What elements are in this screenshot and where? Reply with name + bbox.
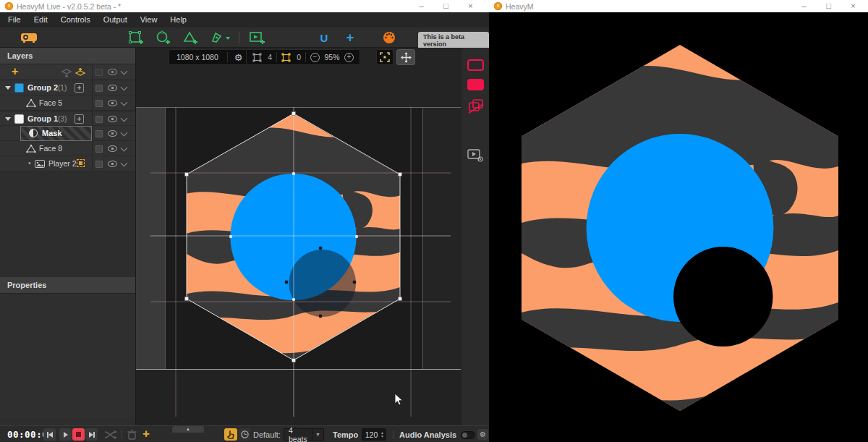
layer-visibility-icon[interactable]	[108, 145, 117, 152]
face-icon	[26, 98, 36, 108]
menu-controls[interactable]: Controls	[54, 12, 97, 27]
menu-output[interactable]: Output	[97, 12, 134, 27]
minimize-button[interactable]: –	[409, 0, 433, 12]
layer-row-group1[interactable]: Group 1 (3) +	[0, 111, 135, 126]
menu-edit[interactable]: Edit	[27, 12, 54, 27]
surface-settings-gear-icon[interactable]: ⚙	[232, 52, 245, 63]
layer-checkbox[interactable]	[95, 116, 103, 123]
stop-button[interactable]	[72, 428, 85, 441]
shape-outline-button[interactable]	[467, 59, 484, 71]
add-quad-button[interactable]	[127, 30, 145, 46]
layer-chevron[interactable]	[121, 99, 128, 106]
layer-visibility-icon[interactable]	[108, 130, 117, 137]
add-quad-icon	[128, 30, 144, 45]
add-layer-button[interactable]: +	[12, 65, 18, 78]
shuffle-button[interactable]	[104, 430, 117, 439]
add-triangle-button[interactable]	[182, 30, 200, 46]
send-backward-icon[interactable]	[61, 67, 72, 77]
color-fill-button[interactable]	[467, 79, 484, 90]
layer-checkbox[interactable]	[95, 100, 103, 107]
player-preview-button[interactable]	[467, 148, 485, 163]
layer-row-face5[interactable]: Face 5	[0, 95, 135, 111]
fit-view-button[interactable]	[376, 49, 393, 65]
menu-view[interactable]: View	[134, 12, 164, 27]
mask-control-points[interactable]	[285, 247, 357, 318]
output-display	[489, 12, 868, 442]
audio-gear-icon: ⚙	[480, 430, 486, 438]
layer-checkbox[interactable]	[95, 145, 103, 153]
close-button[interactable]: ×	[459, 0, 482, 12]
bring-forward-icon[interactable]	[75, 67, 86, 77]
output-window-title: HeavyM	[506, 2, 534, 11]
divider	[92, 111, 93, 125]
menu-help[interactable]: Help	[163, 12, 193, 27]
layer-row-face8[interactable]: Face 8	[0, 141, 135, 156]
layer-row-player2[interactable]: • Player 2	[0, 156, 135, 171]
beta-version-badge: This is a beta version	[418, 32, 489, 49]
magnet-icon: U	[320, 32, 328, 44]
solo-all-checkbox[interactable]	[95, 69, 103, 76]
pen-tool-button[interactable]	[210, 30, 231, 46]
tap-tempo-button[interactable]	[224, 428, 237, 441]
midi-settings-button[interactable]	[380, 30, 398, 46]
layer-chevron[interactable]	[121, 115, 128, 122]
zoom-in-button[interactable]: +	[344, 53, 354, 62]
layer-label: Face 5	[39, 98, 62, 107]
add-circle-button[interactable]	[155, 30, 172, 46]
active-bullet: •	[28, 159, 31, 167]
divider	[305, 52, 306, 62]
minimize-button[interactable]: –	[792, 0, 816, 12]
layer-row-group2[interactable]: Group 2 (1) +	[0, 80, 135, 95]
add-to-group-button[interactable]: +	[75, 83, 84, 93]
add-player-button[interactable]	[249, 30, 266, 46]
audio-analysis-toggle[interactable]	[461, 431, 475, 439]
tempo-spinner[interactable]: 120 ▲▼	[362, 428, 386, 441]
layer-label: Group 2	[27, 83, 58, 92]
mapping-canvas[interactable]: 1080 x 1080 ⚙ 4 0 − 95% +	[136, 48, 461, 425]
crosshair-align-button[interactable]: +	[341, 30, 359, 46]
expand-caret[interactable]	[5, 117, 11, 121]
menu-file[interactable]: File	[1, 12, 27, 27]
layer-chevron[interactable]	[121, 145, 128, 152]
maximize-button[interactable]: □	[817, 0, 841, 12]
layer-visibility-icon[interactable]	[108, 116, 117, 122]
divider	[92, 64, 93, 80]
zoom-out-button[interactable]: −	[310, 53, 320, 62]
projector-output-button[interactable]	[20, 30, 38, 46]
pan-tool-button[interactable]	[396, 49, 415, 65]
layer-label: Face 8	[39, 144, 62, 153]
layer-visibility-icon[interactable]	[108, 161, 117, 167]
tap-hand-icon	[227, 430, 234, 439]
output-titlebar: HeavyM – □ ×	[489, 0, 868, 12]
beats-dropdown[interactable]: 4 beats ▼	[284, 428, 324, 441]
layer-checkbox[interactable]	[95, 130, 103, 137]
layer-chevron[interactable]	[121, 129, 128, 137]
delete-sequence-button[interactable]	[127, 430, 137, 440]
skip-to-end-button[interactable]	[85, 428, 98, 441]
layer-visibility-icon[interactable]	[108, 85, 117, 91]
maximize-button[interactable]: □	[434, 0, 458, 12]
collapse-all-chevron[interactable]	[121, 68, 128, 75]
layer-chevron[interactable]	[121, 160, 128, 167]
add-sequence-button[interactable]: +	[142, 427, 150, 441]
visibility-all-icon[interactable]	[108, 69, 117, 75]
add-to-group-button[interactable]: +	[75, 114, 84, 124]
metronome-clock-button[interactable]	[239, 428, 250, 441]
skip-start-icon	[48, 432, 53, 438]
layer-checkbox[interactable]	[95, 161, 103, 168]
timeline-expand-tab[interactable]: ▲	[172, 426, 204, 433]
expand-caret[interactable]	[5, 86, 11, 90]
audio-settings-button[interactable]: ⚙	[477, 429, 488, 440]
layer-checkbox[interactable]	[95, 85, 103, 92]
layers-panel-empty-area	[0, 171, 135, 277]
magnet-snap-button[interactable]: U	[315, 30, 333, 46]
layer-row-mask[interactable]: Mask	[0, 126, 135, 141]
effects-button[interactable]	[467, 98, 485, 114]
layer-chevron[interactable]	[121, 84, 128, 91]
skip-to-start-button[interactable]	[43, 428, 56, 441]
resolution-box[interactable]: 1080 x 1080 ⚙	[169, 49, 248, 65]
spinner-arrows[interactable]: ▲▼	[380, 431, 386, 438]
play-button[interactable]	[59, 428, 72, 441]
close-button[interactable]: ×	[841, 0, 865, 12]
layer-visibility-icon[interactable]	[108, 100, 117, 106]
